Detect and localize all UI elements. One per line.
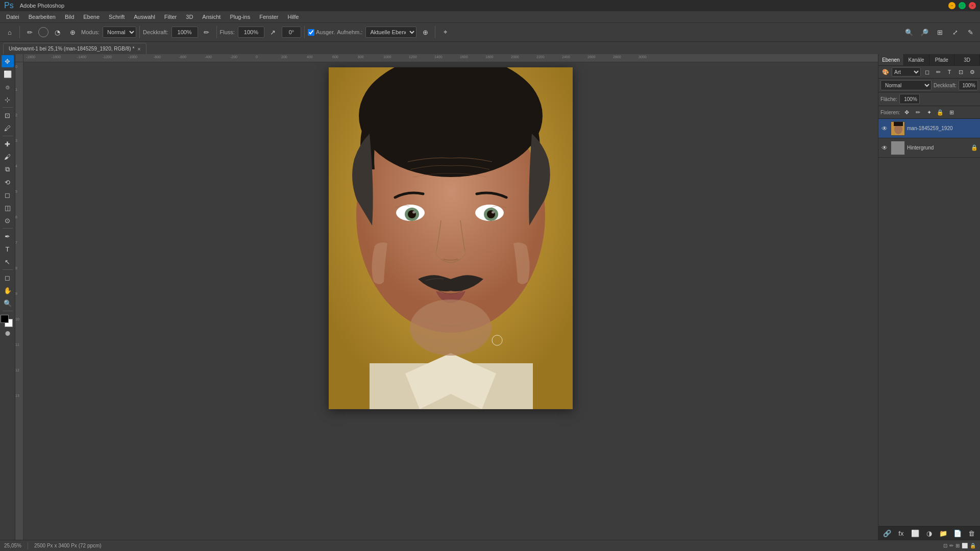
ruler-mark: 1400 bbox=[434, 55, 443, 59]
hand-tool[interactable]: ✋ bbox=[2, 284, 14, 296]
brush-alt-icon[interactable]: ⊕ bbox=[66, 26, 79, 39]
menu-fenster[interactable]: Fenster bbox=[255, 13, 282, 21]
deckkraft-pen-icon[interactable]: ✏ bbox=[200, 26, 213, 39]
layer-filter-btn1[interactable]: ◻ bbox=[922, 67, 932, 77]
menu-auswahl[interactable]: Auswahl bbox=[130, 13, 159, 21]
minimize-button[interactable]: − bbox=[948, 2, 955, 9]
home-icon[interactable]: ⌂ bbox=[3, 26, 16, 39]
tab-ebenen[interactable]: Ebenen bbox=[878, 54, 904, 65]
menu-plugins[interactable]: Plug-ins bbox=[226, 13, 254, 21]
tab-pfade[interactable]: Pfade bbox=[929, 54, 955, 65]
type-tool[interactable]: T bbox=[2, 243, 14, 255]
tab-3d[interactable]: 3D bbox=[954, 54, 980, 65]
fix-draw-icon[interactable]: ✏ bbox=[913, 108, 922, 117]
aufnehm-alt-icon[interactable]: ⊕ bbox=[419, 26, 432, 39]
ruler-mark-v: 6 bbox=[15, 215, 17, 219]
menu-3d[interactable]: 3D bbox=[182, 13, 197, 21]
layer-filter-select[interactable]: Art bbox=[892, 67, 921, 77]
document-tab[interactable]: Unbenannt-1 bei 25,1% (man-1845259_1920,… bbox=[3, 43, 146, 54]
dodge-tool[interactable]: ⊙ bbox=[2, 214, 14, 227]
path-select-tool[interactable]: ↖ bbox=[2, 256, 14, 268]
brush-preset-icon[interactable] bbox=[38, 27, 48, 37]
ruler-mark-v: 2 bbox=[15, 113, 17, 117]
ausger-checkbox[interactable] bbox=[308, 29, 314, 36]
select-rect-tool[interactable]: ⬜ bbox=[2, 68, 14, 80]
menu-datei[interactable]: Datei bbox=[2, 13, 23, 21]
layer-filter-btn4[interactable]: ⊡ bbox=[955, 67, 966, 77]
tab-kanaele[interactable]: Kanäle bbox=[904, 54, 929, 65]
symmetry-icon[interactable]: ⌖ bbox=[438, 26, 452, 39]
lasso-tool[interactable]: ⌾ bbox=[2, 81, 14, 93]
layout-icon[interactable]: ⊞ bbox=[933, 26, 946, 39]
healing-tool[interactable]: ✚ bbox=[2, 138, 14, 150]
layer-filter-btn3[interactable]: T bbox=[944, 67, 954, 77]
ruler-mark: -400 bbox=[205, 55, 212, 59]
close-button[interactable]: × bbox=[969, 2, 976, 9]
expand-icon[interactable]: ⤢ bbox=[948, 26, 962, 39]
angle-input[interactable]: 0° bbox=[282, 27, 301, 38]
layer-new-button[interactable]: 📄 bbox=[951, 528, 964, 538]
brush-tool-icon[interactable]: ✏ bbox=[23, 26, 36, 39]
layer-item-man[interactable]: 👁 man-1845259_1920 bbox=[878, 119, 980, 138]
layer-filter-toggle[interactable]: ⚙ bbox=[967, 67, 978, 77]
fix-all-icon[interactable]: 🔒 bbox=[936, 108, 945, 117]
menu-ansicht[interactable]: Ansicht bbox=[198, 13, 225, 21]
fix-position-icon[interactable]: ✥ bbox=[902, 108, 911, 117]
move-tool[interactable]: ✥ bbox=[2, 55, 14, 67]
menu-schrift[interactable]: Schrift bbox=[105, 13, 129, 21]
layer-visibility-man[interactable]: 👁 bbox=[880, 124, 889, 133]
angle-icon[interactable]: ↗ bbox=[266, 26, 280, 39]
status-icon-1: ⊡ bbox=[943, 543, 947, 548]
eraser-tool[interactable]: ◻ bbox=[2, 189, 14, 201]
pen-tool[interactable]: ✒ bbox=[2, 230, 14, 242]
eyedropper-tool[interactable]: 🖊 bbox=[2, 122, 14, 134]
gradient-tool[interactable]: ◫ bbox=[2, 202, 14, 214]
layer-filter-type-icon[interactable]: 🎨 bbox=[880, 67, 891, 77]
search-icon[interactable]: 🔍 bbox=[902, 26, 916, 39]
restore-button[interactable]: □ bbox=[959, 2, 966, 9]
deckkraft-value[interactable] bbox=[959, 80, 978, 90]
layer-folder-button[interactable]: 📁 bbox=[937, 528, 950, 538]
fix-artboard-icon[interactable]: ⊞ bbox=[947, 108, 956, 117]
magic-wand-tool[interactable]: ⊹ bbox=[2, 93, 14, 106]
quick-mask-btn[interactable]: ⬤ bbox=[5, 331, 10, 336]
layer-filter-btn2[interactable]: ✏ bbox=[933, 67, 943, 77]
layer-delete-button[interactable]: 🗑 bbox=[965, 528, 978, 538]
menu-bild[interactable]: Bild bbox=[61, 13, 78, 21]
blend-mode-select[interactable]: Normal bbox=[880, 80, 932, 90]
menu-hilfe[interactable]: Hilfe bbox=[283, 13, 303, 21]
menu-ebene[interactable]: Ebene bbox=[79, 13, 104, 21]
layer-mask-button[interactable]: ⬜ bbox=[909, 528, 922, 538]
foreground-color[interactable] bbox=[1, 315, 9, 323]
fluss-input[interactable]: 100% bbox=[238, 27, 264, 38]
brush-tool[interactable]: 🖌 bbox=[2, 151, 14, 163]
flaeche-value[interactable] bbox=[899, 94, 920, 104]
history-tool[interactable]: ⟲ bbox=[2, 176, 14, 188]
modus-select[interactable]: Normal bbox=[103, 27, 136, 38]
shape-tool[interactable]: ◻ bbox=[2, 271, 14, 284]
crop-tool[interactable]: ⊡ bbox=[2, 109, 14, 121]
brush-hardness-icon[interactable]: ◔ bbox=[51, 26, 64, 39]
status-icon-4: ⬜ bbox=[962, 543, 968, 548]
toolbar-sep-5 bbox=[435, 26, 435, 38]
layer-fx-button[interactable]: fx bbox=[895, 528, 908, 538]
layer-adjustment-button[interactable]: ◑ bbox=[923, 528, 936, 538]
fix-color-icon[interactable]: ✦ bbox=[924, 108, 934, 117]
search2-icon[interactable]: 🔎 bbox=[918, 26, 931, 39]
tab-close-button[interactable]: × bbox=[137, 46, 140, 52]
aufnehm-select[interactable]: Aktuelle Ebene bbox=[365, 27, 416, 38]
deckkraft-input[interactable]: 100% bbox=[172, 27, 198, 38]
ausger-checkbox-label: Ausger. bbox=[308, 29, 335, 36]
zoom-tool[interactable]: 🔍 bbox=[2, 297, 14, 309]
layer-link-button[interactable]: 🔗 bbox=[880, 528, 894, 538]
clone-tool[interactable]: ⧉ bbox=[2, 163, 14, 176]
layer-visibility-hintergrund[interactable]: 👁 bbox=[880, 144, 889, 152]
ruler-mark-v: 12 bbox=[15, 368, 19, 372]
ruler-mark: 400 bbox=[307, 55, 313, 59]
menu-filter[interactable]: Filter bbox=[160, 13, 181, 21]
settings-icon[interactable]: ✎ bbox=[964, 26, 977, 39]
menu-bearbeiten[interactable]: Bearbeiten bbox=[24, 13, 60, 21]
canvas-viewport[interactable] bbox=[23, 62, 878, 540]
layer-item-hintergrund[interactable]: 👁 Hintergrund 🔒 bbox=[878, 138, 980, 158]
ruler-mark: 800 bbox=[358, 55, 364, 59]
